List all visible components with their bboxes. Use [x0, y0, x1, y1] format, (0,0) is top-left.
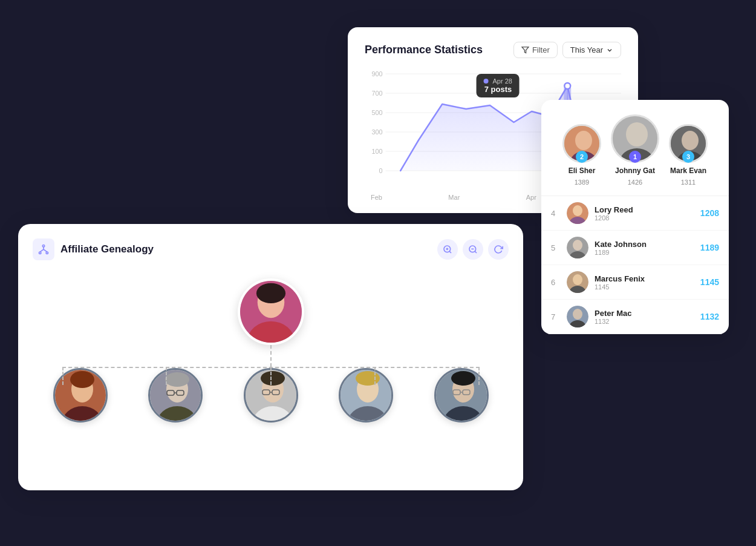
tooltip-value: 7 posts	[484, 85, 512, 94]
drop-4	[374, 367, 376, 385]
chevron-down-icon	[606, 47, 613, 54]
podium-rank-2: 2 Eli Sher 1389	[562, 124, 601, 186]
filter-button[interactable]: Filter	[513, 42, 558, 58]
svg-point-61	[165, 372, 189, 387]
rank-num-5: 5	[551, 243, 561, 252]
podium-rank-3: 3 Mark Evan 1311	[669, 124, 708, 186]
svg-text:300: 300	[372, 128, 383, 136]
svg-point-29	[573, 240, 582, 251]
drop-2	[166, 367, 167, 385]
rank-badge-2: 2	[576, 151, 588, 163]
drop-1	[62, 367, 64, 385]
tree-child-5	[434, 368, 489, 423]
row-score-6: 1145	[700, 277, 719, 287]
tree-child-1	[53, 368, 108, 423]
svg-point-15	[564, 83, 570, 89]
child-avatar-5	[434, 368, 489, 423]
perf-controls: Filter This Year	[513, 42, 621, 58]
rank-badge-3: 3	[682, 151, 694, 163]
svg-point-38	[39, 252, 41, 254]
rank-num-7: 7	[551, 312, 561, 321]
svg-point-37	[42, 245, 44, 247]
svg-point-35	[573, 309, 582, 320]
svg-text:100: 100	[372, 148, 383, 155]
filter-icon	[521, 46, 529, 54]
svg-point-68	[261, 371, 285, 386]
leader-row-7: 7 Peter Mac 1132 1132	[541, 300, 729, 334]
podium-rank-1: 1 Johnny Gat 1426	[611, 114, 659, 186]
genealogy-title: Affiliate Genealogy	[60, 243, 154, 255]
rank-num-6: 6	[551, 278, 561, 287]
svg-point-79	[451, 371, 475, 386]
podium: 2 Eli Sher 1389 1 Johnny Gat 1426	[541, 114, 729, 196]
row-score-4: 1208	[700, 208, 719, 218]
tree-child-2	[148, 368, 203, 423]
podium-score-3: 1311	[681, 179, 696, 186]
svg-point-17	[575, 131, 592, 150]
svg-point-20	[626, 122, 648, 146]
row-name-6: Marcus Fenix	[595, 274, 694, 283]
genealogy-card: Affiliate Genealogy	[18, 224, 523, 490]
network-icon	[37, 243, 50, 255]
refresh-icon	[494, 245, 503, 254]
root-person-icon	[240, 281, 302, 343]
row-sub-6: 1145	[595, 283, 694, 291]
root-avatar	[238, 278, 304, 345]
zoom-in-icon	[443, 245, 452, 254]
zoom-out-button[interactable]	[463, 239, 483, 260]
leader-row-5: 5 Kate Johnson 1189 1189	[541, 231, 729, 265]
podium-score-2: 1389	[575, 179, 589, 186]
year-selector[interactable]: This Year	[562, 42, 621, 58]
filter-label: Filter	[532, 45, 550, 54]
row-info-7: Peter Mac 1132	[595, 309, 694, 325]
person-peter-icon	[567, 306, 588, 327]
person-lory-icon	[567, 202, 588, 224]
drop-5	[478, 367, 480, 385]
svg-point-75	[356, 371, 380, 386]
row-info-4: Lory Reed 1208	[595, 205, 694, 222]
leader-list: 4 Lory Reed 1208 1208 5	[541, 196, 729, 334]
svg-point-23	[682, 131, 699, 150]
row-score-7: 1132	[700, 312, 719, 321]
tooltip-date-text: Apr 28	[492, 77, 512, 85]
podium-name-3: Mark Evan	[670, 166, 706, 175]
zoom-out-icon	[468, 245, 478, 254]
row-info-6: Marcus Fenix 1145	[595, 274, 694, 291]
genealogy-icon	[33, 238, 54, 260]
child-avatar-1	[53, 368, 108, 423]
child-avatar-4	[339, 368, 393, 423]
tooltip-date: Apr 28	[484, 77, 512, 85]
podium-avatar-wrap-2: 2	[562, 124, 601, 163]
svg-point-32	[573, 274, 582, 285]
svg-line-48	[475, 251, 477, 253]
child-5-person-icon	[436, 370, 489, 423]
svg-point-53	[256, 283, 285, 303]
perf-title: Performance Statistics	[365, 44, 483, 56]
podium-name-2: Eli Sher	[569, 166, 596, 175]
row-info-5: Kate Johnson 1189	[595, 240, 694, 256]
avatar-4	[567, 202, 588, 224]
tree-container	[33, 272, 509, 429]
leader-row-4: 4 Lory Reed 1208 1208	[541, 196, 729, 231]
svg-point-39	[46, 252, 48, 254]
row-sub-5: 1189	[595, 249, 694, 256]
h-line-wrap	[62, 367, 480, 368]
root-v-connector	[270, 345, 272, 367]
leaderboard-card: 2 Eli Sher 1389 1 Johnny Gat 1426	[541, 100, 729, 334]
svg-point-26	[573, 205, 582, 216]
child-4-person-icon	[341, 370, 393, 423]
chart-tooltip: Apr 28 7 posts	[477, 74, 520, 97]
genealogy-header: Affiliate Genealogy	[33, 238, 509, 260]
leader-row-6: 6 Marcus Fenix 1145 1145	[541, 265, 729, 300]
svg-line-42	[44, 249, 47, 252]
tooltip-dot	[484, 79, 489, 84]
tree-root	[238, 278, 304, 345]
svg-text:500: 500	[372, 109, 383, 116]
svg-text:900: 900	[372, 70, 383, 77]
svg-line-44	[449, 251, 451, 253]
refresh-button[interactable]	[488, 239, 509, 260]
person-kate-icon	[567, 237, 588, 258]
zoom-in-button[interactable]	[437, 239, 458, 260]
svg-marker-0	[522, 47, 529, 53]
x-label-feb: Feb	[371, 194, 382, 201]
